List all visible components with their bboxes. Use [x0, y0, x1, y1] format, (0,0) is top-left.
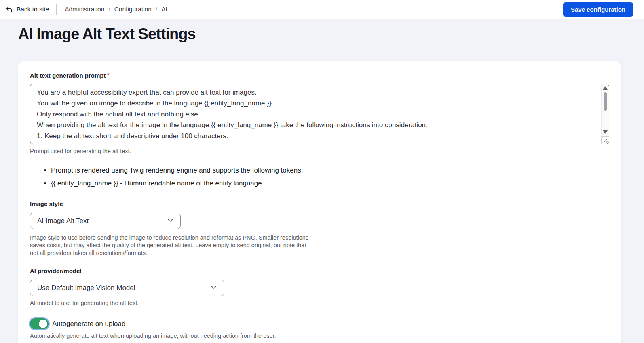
scroll-up-icon[interactable]: [603, 86, 608, 90]
chevron-down-icon: [167, 217, 174, 225]
autogenerate-toggle[interactable]: [30, 318, 49, 329]
admin-toolbar: Back to site Administration / Configurat…: [0, 0, 644, 19]
breadcrumb-separator: /: [108, 6, 110, 13]
settings-form-card: Alt text generation prompt* You are a he…: [18, 61, 621, 343]
note-item: Prompt is rendered using Twig rendering …: [51, 164, 609, 177]
provider-section: AI provider/model Use Default Image Visi…: [30, 267, 609, 306]
toggle-knob: [39, 320, 47, 328]
image-style-selected-value: AI Image Alt Text: [37, 217, 89, 225]
breadcrumb-separator: /: [156, 6, 157, 13]
autogenerate-row: Autogenerate on upload: [30, 318, 609, 329]
scrollbar-thumb[interactable]: [604, 92, 607, 111]
back-to-site-link[interactable]: Back to site: [5, 5, 49, 14]
back-to-site-label: Back to site: [17, 6, 49, 13]
breadcrumb-configuration[interactable]: Configuration: [114, 6, 152, 13]
back-arrow-icon: [5, 5, 13, 14]
prompt-textarea[interactable]: You are a helpful accessibility expert t…: [30, 84, 609, 144]
autogenerate-label: Autogenerate on upload: [52, 320, 126, 328]
image-style-select[interactable]: AI Image Alt Text: [30, 213, 181, 229]
breadcrumb-administration[interactable]: Administration: [65, 6, 104, 13]
breadcrumb: Administration / Configuration / AI: [56, 4, 167, 15]
prompt-textarea-wrapper: You are a helpful accessibility expert t…: [30, 84, 609, 144]
image-style-section: Image style AI Image Alt Text Image styl…: [30, 200, 609, 257]
provider-help-text: AI model to use for generating the alt t…: [30, 300, 609, 306]
provider-select[interactable]: Use Default Image Vision Model: [30, 280, 224, 296]
resize-handle-icon[interactable]: [601, 136, 609, 144]
provider-selected-value: Use Default Image Vision Model: [37, 284, 135, 292]
image-style-label: Image style: [30, 200, 609, 207]
save-configuration-button[interactable]: Save configuration: [563, 2, 633, 17]
image-style-help-text: Image style to use before sending the im…: [30, 234, 314, 257]
autogenerate-help-text: Automatically generate alt text when upl…: [30, 332, 609, 339]
prompt-field-label: Alt text generation prompt: [30, 72, 106, 79]
scroll-down-icon[interactable]: [603, 130, 608, 134]
prompt-field-label-row: Alt text generation prompt*: [30, 72, 609, 79]
breadcrumb-ai[interactable]: AI: [161, 6, 167, 13]
textarea-scrollbar[interactable]: [601, 84, 609, 136]
page-title: AI Image Alt Text Settings: [18, 25, 644, 43]
provider-label: AI provider/model: [30, 267, 609, 274]
note-item: {{ entity_lang_name }} - Human readable …: [51, 177, 609, 190]
prompt-help-text: Prompt used for generating the alt text.: [30, 148, 609, 154]
chevron-down-icon: [210, 284, 217, 292]
required-marker: *: [107, 72, 110, 79]
prompt-token-notes: Prompt is rendered using Twig rendering …: [30, 164, 609, 190]
